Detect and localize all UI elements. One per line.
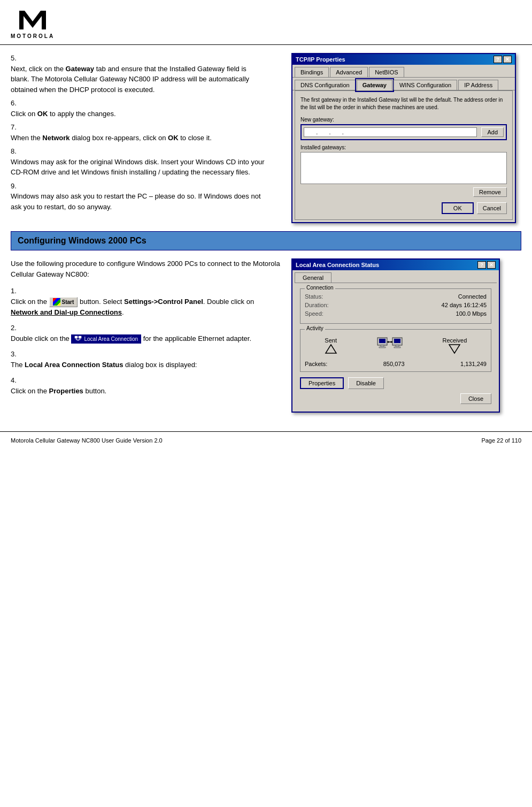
sent-label: Sent [325,337,337,344]
tab-gateway[interactable]: Gateway [357,80,392,90]
top-instructions-col: 5. Next, click on the Gateway tab and en… [11,53,281,223]
tcpip-dialog: TCP/IP Properties ? ✕ Bindings Advanced … [291,53,516,223]
svg-rect-13 [394,339,400,343]
bottom-section: Use the following procedure to configure… [11,258,521,413]
connection-group: Connection Status: Connected Duration: 4… [300,288,491,324]
item-content: Windows may ask for the original Windows… [11,157,265,178]
footer-right: Page 22 of 110 [481,437,521,444]
logo-area: MOTOROLA [11,5,55,39]
duration-label: Duration: [305,302,329,308]
activity-inner: Sent [305,334,487,359]
item-number: 6. [11,98,20,109]
instruction-list: 5. Next, click on the Gateway tab and en… [11,53,275,212]
received-packets: 1,131,249 [460,361,487,367]
tab-advanced[interactable]: Advanced [330,67,368,77]
installed-gateways-box [300,152,507,184]
tcpip-title: TCP/IP Properties [296,56,345,63]
svg-rect-11 [379,347,385,348]
item-content: Windows may also ask you to restart the … [11,191,265,212]
svg-marker-7 [326,345,336,353]
network-computers-icon [376,337,403,356]
connection-group-label: Connection [305,285,335,291]
status-value: Connected [458,293,487,300]
item-content: Double click on the Local Area Connectio… [11,333,270,344]
list-item: 5. Next, click on the Gateway tab and en… [11,53,275,95]
item-content: The Local Area Connection Status dialog … [11,360,270,370]
lac-dialog: Local Area Connection Status ? ✕ General… [291,258,500,413]
titlebar-buttons[interactable]: ? ✕ [494,56,512,63]
ok-button[interactable]: OK [442,202,474,214]
bottom-instruction-list: 1. Click on the Start button. Select Set… [11,286,281,396]
item-number: 8. [11,146,20,157]
tab-ip[interactable]: IP Address [458,80,498,90]
bottom-instructions-col: Use the following procedure to configure… [11,258,281,413]
lac-tabs: General [292,270,499,283]
item-content: When the Network dialog box re-appears, … [11,133,265,143]
svg-rect-10 [381,345,384,347]
section-header: Configuring Windows 2000 PCs [11,231,521,250]
tcpip-titlebar: TCP/IP Properties ? ✕ [292,54,515,65]
tab-wins[interactable]: WINS Configuration [394,80,457,90]
properties-button[interactable]: Properties [300,377,344,389]
cancel-button[interactable]: Cancel [477,202,507,214]
lac-close-button[interactable]: ✕ [487,261,496,269]
item-number: 7. [11,122,20,133]
sent-packets: 850,073 [383,361,405,367]
lac-title: Local Area Connection Status [296,262,379,268]
tab-bindings[interactable]: Bindings [295,67,329,77]
main-content: 5. Next, click on the Gateway tab and en… [0,45,532,421]
item-number: 9. [11,181,20,192]
brand-name: MOTOROLA [11,33,55,39]
dual-computer-icon [376,337,403,356]
footer-left: Motorola Cellular Gateway NC800 User Gui… [11,437,163,444]
list-item: 8. Windows may ask for the original Wind… [11,146,275,178]
gateway-ip-input[interactable]: . . . [304,127,477,137]
section-title: Configuring Windows 2000 PCs [18,236,147,245]
disable-button[interactable]: Disable [348,377,384,389]
tab-general[interactable]: General [295,272,331,283]
speed-label: Speed: [305,310,323,317]
lac-help-button[interactable]: ? [477,261,486,269]
duration-row: Duration: 42 days 16:12:45 [305,302,487,308]
new-gateway-label: New gateway: [300,117,507,123]
help-button[interactable]: ? [494,56,502,63]
tab-dns[interactable]: DNS Configuration [295,80,356,90]
list-item: 2. Double click on the [11,323,281,344]
packets-row: Packets: 850,073 1,131,249 [305,361,487,367]
sent-col: Sent [325,337,337,355]
list-item: 6. Click on OK to apply the changes. [11,98,275,119]
tcpip-body: The first gateway in the Installed Gatew… [295,90,513,220]
windows-flag-icon [53,298,60,306]
installed-gateways-label: Installed gateways: [300,144,507,150]
item-number: 2. [11,323,20,333]
list-item: 9. Windows may also ask you to restart t… [11,181,275,212]
item-number: 4. [11,375,20,386]
lac-titlebar: Local Area Connection Status ? ✕ [292,260,499,270]
new-gateway-row: . . . Add [300,124,507,140]
svg-rect-14 [396,345,399,347]
remove-button[interactable]: Remove [473,187,507,197]
close-button[interactable]: ✕ [503,56,512,63]
duration-value: 42 days 16:12:45 [442,302,487,308]
status-label: Status: [305,293,323,300]
list-item: 3. The Local Area Connection Status dial… [11,349,281,370]
svg-rect-15 [394,347,400,348]
svg-marker-19 [449,345,460,353]
item-number: 5. [11,53,20,64]
list-item: 7. When the Network dialog box re-appear… [11,122,275,143]
lac-dialog-col: Local Area Connection Status ? ✕ General… [291,258,521,413]
list-item: 4. Click on the Properties button. [11,375,281,396]
item-content: Click on the Start button. Select Settin… [11,296,270,318]
item-content: Next, click on the Gateway tab and ensur… [11,64,265,95]
lac-titlebar-buttons[interactable]: ? ✕ [477,261,496,269]
tab-netbios[interactable]: NetBIOS [369,67,404,77]
top-section: 5. Next, click on the Gateway tab and en… [11,53,521,223]
tcpip-tabs-row2: DNS Configuration Gateway WINS Configura… [292,78,515,90]
tcpip-info-text: The first gateway in the Installed Gatew… [300,96,507,111]
network-icon [74,336,82,342]
list-item: 1. Click on the Start button. Select Set… [11,286,281,317]
page-header: MOTOROLA [0,0,532,45]
add-button[interactable]: Add [481,127,504,137]
svg-rect-9 [379,339,385,343]
lac-close-btn[interactable]: Close [460,393,491,404]
